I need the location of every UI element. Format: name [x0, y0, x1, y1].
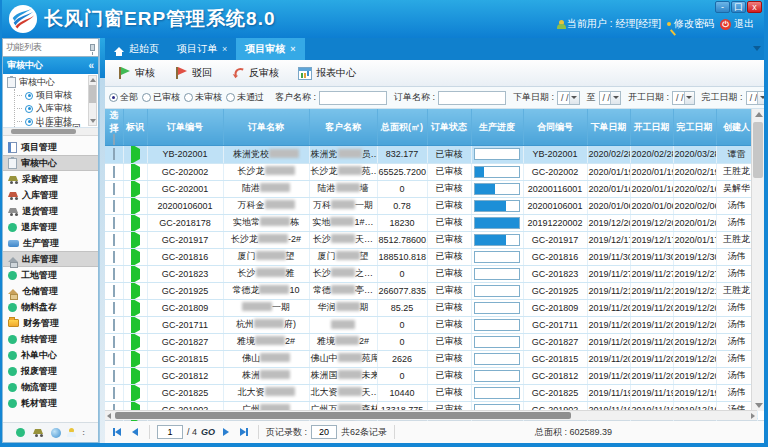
close-button[interactable]: x: [747, 1, 762, 13]
tab-起始页[interactable]: 起始页: [105, 38, 168, 60]
table-row-GC-201825[interactable]: GC-201825北大资北大资天…10440已审核GC-2018252019/1…: [105, 384, 757, 401]
sidebar-module-生产管理[interactable]: 生产管理: [3, 235, 98, 251]
column-header-标识[interactable]: 标识: [123, 109, 147, 146]
table-row-GC-201925[interactable]: GC-201925常德龙10常德亭…266077.835…已审核GC-20192…: [105, 282, 757, 299]
table-row-YB-202001[interactable]: YB-202001株洲党校株洲党员…832.177已审核YB-202001202…: [105, 146, 757, 163]
row-checkbox[interactable]: [113, 268, 115, 280]
column-header-订单编号[interactable]: 订单编号: [147, 109, 223, 146]
审核-button[interactable]: 审核: [111, 62, 164, 84]
table-row-GC-201917[interactable]: GC-201917长沙龙-2#长沙天…8512.78600…已审核GC-2019…: [105, 231, 757, 248]
collapse-panel-icon[interactable]: «: [88, 60, 94, 71]
table-row-GC-201823[interactable]: GC-201823长沙雅长沙之…0已审核GC-2018232019/11/272…: [105, 265, 757, 282]
sidebar-module-退货管理[interactable]: 退货管理: [3, 203, 98, 219]
close-tab-icon[interactable]: ×: [290, 44, 295, 54]
sidebar-module-结转管理[interactable]: 结转管理: [3, 331, 98, 347]
radio-全部[interactable]: 全部: [109, 91, 138, 104]
globe-icon[interactable]: [51, 428, 61, 438]
order-name-input[interactable]: [438, 91, 506, 105]
tree-scroll-thumb[interactable]: [89, 85, 96, 103]
change-password-button[interactable]: 修改密码: [667, 17, 714, 31]
calendar-dropdown-icon[interactable]: [569, 92, 579, 104]
table-row-GC-201815[interactable]: GC-201815佛山佛山中苑库2626已审核GC-2018152019/11/…: [105, 350, 757, 367]
sidebar-module-物料盘存[interactable]: 物料盘存: [3, 299, 98, 315]
sidebar-module-退库管理[interactable]: 退库管理: [3, 219, 98, 235]
tree-hscroll-thumb[interactable]: [11, 129, 76, 134]
page-number-input[interactable]: [157, 425, 183, 439]
order-date-from-picker[interactable]: / /: [557, 91, 580, 105]
row-checkbox[interactable]: [113, 166, 115, 178]
more-icon[interactable]: :: [82, 428, 85, 437]
pin-icon[interactable]: [90, 44, 95, 51]
customer-name-input[interactable]: [319, 91, 387, 105]
grid-horizontal-scrollbar[interactable]: [105, 410, 757, 420]
cart-icon[interactable]: [33, 428, 43, 434]
row-checkbox[interactable]: [113, 353, 115, 365]
maximize-button[interactable]: 口: [731, 1, 746, 13]
row-checkbox[interactable]: [113, 217, 115, 229]
column-header-完工日期[interactable]: 完工日期: [673, 109, 716, 146]
scroll-up-icon[interactable]: [90, 78, 96, 82]
column-header-客户名称[interactable]: 客户名称: [309, 109, 377, 146]
calendar-dropdown-icon[interactable]: [610, 92, 620, 104]
table-row-GC-201816[interactable]: GC-201816厦门望厦门望188510.818已审核GC-201816201…: [105, 248, 757, 265]
row-checkbox[interactable]: [113, 234, 115, 246]
grid-hscroll-thumb[interactable]: [115, 412, 571, 419]
order-date-to-picker[interactable]: / /: [599, 91, 622, 105]
table-row-GC-201812[interactable]: GC-201812株洲株洲国未来0已审核GC-2018122019/11/202…: [105, 367, 757, 384]
tab-overflow-icon[interactable]: [753, 46, 761, 51]
radio-未审核[interactable]: 未审核: [184, 91, 222, 104]
sidebar-module-报废管理[interactable]: 报废管理: [3, 363, 98, 379]
sidebar-module-物流管理[interactable]: 物流管理: [3, 379, 98, 395]
tree-item-项目审核[interactable]: 项目审核: [15, 89, 88, 102]
scroll-up-icon[interactable]: [755, 112, 763, 117]
row-checkbox[interactable]: [113, 336, 115, 348]
function-list-search[interactable]: 功能列表: [2, 38, 99, 57]
column-header-订单状态[interactable]: 订单状态: [427, 109, 471, 146]
sidebar-module-出库管理[interactable]: 出库管理: [3, 251, 98, 267]
close-tab-icon[interactable]: ×: [222, 44, 227, 54]
sidebar-module-审核中心[interactable]: 审核中心: [3, 155, 98, 171]
minimize-button[interactable]: -: [715, 1, 730, 13]
start-date-picker[interactable]: / /: [672, 91, 695, 105]
column-header-总面积(㎡)[interactable]: 总面积(㎡): [377, 109, 427, 146]
sidebar-module-项目管理[interactable]: 项目管理: [3, 139, 98, 155]
column-header-下单日期[interactable]: 下单日期: [587, 109, 630, 146]
sidebar-module-入库管理[interactable]: 入库管理: [3, 187, 98, 203]
sidebar-module-耗材管理[interactable]: 耗材管理: [3, 395, 98, 411]
table-row-GC-202002[interactable]: GC-202002长沙龙长沙龙苑…65525.7200…已审核GC-202002…: [105, 163, 757, 180]
row-checkbox[interactable]: [113, 319, 115, 331]
table-row-GC-201711[interactable]: GC-201711杭州府)0已审核GC-2017112019/11/202019…: [105, 316, 757, 333]
select-all-checkbox[interactable]: [113, 134, 115, 146]
row-checkbox[interactable]: [113, 302, 115, 314]
table-row-GC-202001[interactable]: GC-202001陆港陆港墙0已审核202001160012020/01/162…: [105, 180, 757, 197]
table-row-GC-201827[interactable]: GC-201827雅境2#雅境2#0已审核GC-2018272019/11/20…: [105, 333, 757, 350]
row-checkbox[interactable]: [113, 148, 115, 160]
column-header-生产进度[interactable]: 生产进度: [471, 109, 523, 146]
报表中心-button[interactable]: 报表中心: [292, 62, 365, 84]
column-header-开工日期[interactable]: 开工日期: [630, 109, 673, 146]
sidebar-module-采购管理[interactable]: 采购管理: [3, 171, 98, 187]
person-icon[interactable]: [69, 428, 74, 433]
row-checkbox[interactable]: [113, 370, 115, 382]
column-header-合同编号[interactable]: 合同编号: [523, 109, 587, 146]
row-checkbox[interactable]: [113, 387, 115, 399]
go-button[interactable]: GO: [201, 427, 215, 437]
column-header-选择[interactable]: 选择: [105, 109, 123, 146]
finish-date-picker[interactable]: / /: [746, 91, 764, 105]
tab-项目审核[interactable]: 项目审核×: [236, 38, 304, 60]
tree-horizontal-scrollbar[interactable]: [3, 128, 98, 136]
tree-item-入库审核[interactable]: 入库审核: [15, 102, 88, 115]
tab-项目订单[interactable]: 项目订单×: [168, 38, 236, 60]
first-page-button[interactable]: [110, 425, 124, 439]
scroll-down-icon[interactable]: [90, 119, 96, 123]
calendar-dropdown-icon[interactable]: [684, 92, 694, 104]
row-checkbox[interactable]: [113, 251, 115, 263]
row-checkbox[interactable]: [113, 183, 115, 195]
table-row-GC-201809[interactable]: GC-201809一期华润期85.25已审核GC-2018092019/11/2…: [105, 299, 757, 316]
table-row-20200106001[interactable]: 20200106001万科金万科一期0.78已审核202001060012020…: [105, 197, 757, 214]
grid-vscroll-thumb[interactable]: [753, 122, 763, 178]
row-checkbox[interactable]: [113, 200, 115, 212]
table-row-GC-2018178[interactable]: GC-2018178实地常栋实地1#…18230已审核2019122000220…: [105, 214, 757, 231]
tree-vertical-scrollbar[interactable]: [88, 75, 97, 126]
next-page-button[interactable]: [219, 425, 233, 439]
